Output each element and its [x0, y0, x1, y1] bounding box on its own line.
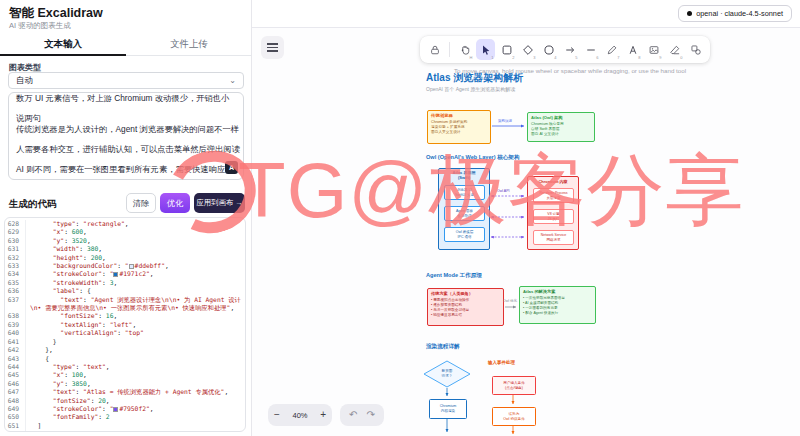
list-item: 页面渲染 — [534, 196, 573, 200]
v8-subbox[interactable]: V8 引擎JS 执行 — [533, 209, 574, 224]
hand-tool[interactable]: H — [455, 39, 474, 60]
agent-mode-heading: Agent Mode 工作原理 — [426, 272, 482, 280]
tab-file-upload[interactable]: 文件上传 — [126, 33, 252, 55]
diamond-icon — [522, 44, 534, 56]
chart-type-select[interactable]: 自动 ⌄ — [8, 72, 244, 89]
menu-button[interactable] — [261, 36, 284, 59]
draw-tool[interactable]: 7 — [602, 39, 621, 60]
network-subbox[interactable]: Network Service网络请求 — [533, 230, 574, 245]
list-item: 说两句 — [16, 113, 236, 123]
line-tool[interactable]: 6 — [581, 39, 600, 60]
input-events-heading: 输入事件处理 — [488, 360, 515, 365]
box-lines: Chromium 多进程架构渲染引擎 + 扩展系统面向人类交互设计 — [431, 120, 487, 135]
line-icon — [585, 44, 597, 56]
line-number: 648 — [5, 397, 25, 405]
atlas-solution-box[interactable]: Atlas 的解决方案 • 一次性获取完整界面信息• AI 直接理解页面结构• … — [519, 286, 596, 324]
hamburger-icon — [267, 43, 278, 45]
text-tool[interactable]: 8 — [623, 39, 642, 60]
traditional-problems-box[interactable]: 传统方案（人类视角） • 需要模拟点击滚动操作• 逐步探索页面结构• 无法一次获… — [427, 288, 504, 326]
code-line: 640 "verticalAlign": "top" — [5, 329, 245, 337]
lock-icon — [429, 44, 441, 56]
app-title: 智能 Excalidraw — [9, 5, 103, 22]
line-number: 632 — [5, 254, 25, 262]
code-line: 636 "label": { — [5, 287, 245, 295]
clear-button[interactable]: 清除 — [126, 193, 156, 213]
traditional-browser-box[interactable]: 传统浏览器 Chromium 多进程架构渲染引擎 + 扩展系统面向人类交互设计 — [427, 110, 491, 144]
owl-api-label: Owl API — [497, 189, 509, 193]
agent-panel-subbox[interactable]: Agent 面板会话管理 — [444, 206, 485, 221]
shortcut-key: 6 — [596, 55, 598, 60]
list-item: 数万 UI 元素信号，对上游 Chromium 改动很少，开销也小 — [16, 93, 236, 103]
eraser-tool[interactable]: 0 — [665, 39, 684, 60]
atlas-architecture-box[interactable]: Atlas (Owl) 架构 Chromium 核心复用自研 Swift 界面层… — [527, 112, 595, 142]
drawing-canvas[interactable] — [252, 28, 800, 436]
undo-button[interactable]: ↶ — [349, 410, 357, 420]
line-number: 631 — [5, 245, 25, 253]
shortcut-key: 7 — [617, 55, 619, 60]
toolbar-divider — [449, 42, 450, 57]
line-number: 645 — [5, 371, 25, 379]
app-window: 智能 Excalidraw AI 驱动的图表生成 文本输入 文件上传 图表类型 … — [0, 0, 800, 436]
ellipse-tool[interactable]: 4 — [539, 39, 558, 60]
lock-tool[interactable] — [425, 39, 444, 60]
decision-diamond[interactable]: 新页面请求？ — [424, 361, 470, 387]
chromium-render-node[interactable]: Chromium内核渲染 — [429, 399, 467, 419]
zoom-in-button[interactable]: + — [320, 410, 326, 420]
code-line: 635 "strokeWidth": 3, — [5, 279, 245, 287]
pencil-icon — [606, 44, 618, 56]
zoom-out-button[interactable]: − — [274, 410, 280, 420]
redo-button[interactable]: ↷ — [367, 410, 375, 420]
ui-subbox[interactable]: 浏览器 UISwiftUI 实现 — [444, 185, 485, 200]
rectangle-tool[interactable]: 2 — [497, 39, 516, 60]
container-title: Chromium 内核 — [528, 179, 578, 184]
owl-bridge-subbox[interactable]: Owl 桥接层IPC 通信 — [444, 227, 485, 242]
color-swatch — [113, 407, 118, 412]
ai-enhance-button[interactable]: A — [225, 161, 238, 174]
diamond-tool[interactable]: 3 — [518, 39, 537, 60]
list-item: AI 则不同，需要在一张图里看到所有元素，需要快速响应 — [16, 164, 236, 174]
text-icon — [627, 44, 639, 56]
list-item: • 响应慢且容易出错 — [431, 313, 500, 318]
code-line: 645 "x": 100, — [5, 371, 245, 379]
shortcut-key: 4 — [554, 55, 556, 60]
list-item: 人需要各种交互，进行辅助认知，可以点击菜单然后弹出阅读 — [16, 144, 236, 154]
line-number: 640 — [5, 329, 25, 337]
code-line: 634 "strokeColor": "#1971c2", — [5, 270, 245, 278]
list-item: 请求？ — [424, 374, 470, 379]
code-editor[interactable]: 628 "type": "rectangle",629 "x": 600,630… — [4, 217, 246, 432]
line-number: 629 — [5, 228, 25, 236]
line-number: 634 — [5, 270, 25, 278]
zoom-level[interactable]: 40% — [292, 411, 307, 420]
list-item — [16, 154, 236, 164]
chart-type-value: 自动 — [16, 75, 33, 87]
line-number: 650 — [5, 413, 25, 421]
box-lines: • 一次性获取完整界面信息• AI 直接理解页面结构• 一张图看到所有元素• 配… — [523, 296, 592, 316]
container-title: Atlas 界面层(Swift) — [439, 171, 489, 181]
code-line: 641 } — [5, 338, 245, 346]
apply-to-canvas-button[interactable]: 应用到画布 → — [194, 193, 245, 213]
line-number: 633 — [5, 262, 25, 270]
owl-protocol-node[interactable]: 转换为Owl 协议事件 — [492, 407, 536, 426]
tab-text-input[interactable]: 文本输入 — [0, 33, 126, 55]
model-selector-pill[interactable]: openai · claude-4.5-sonnet — [678, 5, 792, 22]
app-subtitle: AI 驱动的图表生成 — [9, 21, 71, 31]
list-item: 会话管理 — [445, 214, 484, 218]
prompt-textarea[interactable]: 数万 UI 元素信号，对上游 Chromium 改动很少，开销也小说两句传统浏览… — [8, 92, 244, 180]
selection-tool[interactable]: 1 — [476, 39, 495, 60]
optimize-button[interactable]: 优化 — [160, 193, 190, 213]
box-title: 传统浏览器 — [431, 113, 487, 118]
arrow-tool[interactable]: 5 — [560, 39, 579, 60]
image-tool[interactable]: 9 — [644, 39, 663, 60]
atlas-ui-layer-container[interactable]: Atlas 界面层(Swift) 浏览器 UISwiftUI 实现 Agent … — [438, 168, 490, 250]
renderer-subbox[interactable]: Renderer Process页面渲染 — [533, 188, 574, 203]
owl-section-heading: Owl (OpenAI's Web Layer) 核心架构 — [426, 154, 520, 162]
shortcut-key: 3 — [533, 55, 535, 60]
zoom-controls: − 40% + — [268, 404, 332, 426]
shapes-tool[interactable] — [686, 39, 705, 60]
chromium-kernel-container[interactable]: Chromium 内核 Renderer Process页面渲染 V8 引擎JS… — [527, 176, 579, 250]
list-item: 网络请求 — [534, 238, 573, 242]
user-input-node[interactable]: 用户输入事件(点击/键盘) — [492, 376, 536, 395]
code-line: 646 "y": 3850, — [5, 380, 245, 388]
box-lines: • 需要模拟点击滚动操作• 逐步探索页面结构• 无法一次获取全部信息• 响应慢且… — [431, 298, 500, 318]
image-icon — [648, 44, 660, 56]
